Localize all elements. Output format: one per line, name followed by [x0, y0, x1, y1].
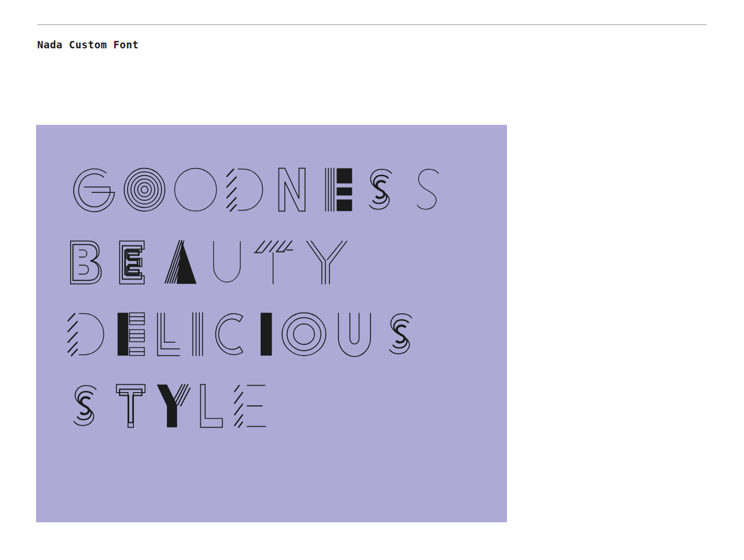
glyph-letter-o-o-rings6 [123, 167, 166, 212]
page: Nada Custom Font [0, 0, 744, 560]
glyph-letter-s-s-spiral [66, 384, 107, 428]
page-title: Nada Custom Font [37, 39, 139, 50]
glyph-letter-a-a-stripe-solid [162, 240, 200, 285]
glyph-letter-e-e-stripes-lines [233, 384, 266, 428]
glyph-letter-u-u-bold [335, 312, 374, 357]
glyph-letter-l-l-outline [198, 384, 226, 428]
specimen-word-style [66, 384, 507, 428]
glyph-letter-e-e-lines-blocks [323, 167, 354, 212]
glyph-letter-g-g-double [73, 167, 115, 212]
glyph-letter-c-c-double [212, 312, 251, 357]
glyph-letter-s-s-spiral [382, 312, 422, 357]
specimen-word-delicious [66, 312, 507, 357]
glyph-letter-i-i-solid [260, 312, 273, 357]
glyph-letter-y-y-inline [304, 240, 349, 285]
top-divider [37, 24, 707, 25]
glyph-letter-s-s-spiral [362, 167, 402, 212]
glyph-letter-e-e-inline [116, 240, 154, 285]
glyph-letter-o-o-circle [174, 167, 217, 212]
specimen-word-goodness [73, 167, 507, 212]
glyph-letter-b-b-inline [66, 240, 108, 285]
glyph-letter-y-y-solid-stripes [155, 384, 191, 428]
specimen-artboard [36, 125, 507, 522]
specimen-word-beauty [66, 240, 507, 285]
glyph-letter-o-o-rings3 [281, 312, 327, 357]
glyph-letter-t-t-hatch [253, 240, 296, 285]
glyph-letter-l-l-triple [155, 312, 183, 357]
glyph-letter-i-i-lines [192, 312, 204, 357]
glyph-letter-s-s-thin [410, 167, 449, 212]
glyph-letter-d-d-stripes [66, 312, 108, 357]
glyph-letter-n-n-inline [275, 167, 315, 212]
glyph-letter-d-d-stripes [225, 167, 267, 212]
glyph-letter-t-t-inline [114, 384, 148, 428]
glyph-letter-u-u-thin [208, 240, 246, 285]
glyph-letter-e-e-solid-bars [116, 312, 146, 357]
